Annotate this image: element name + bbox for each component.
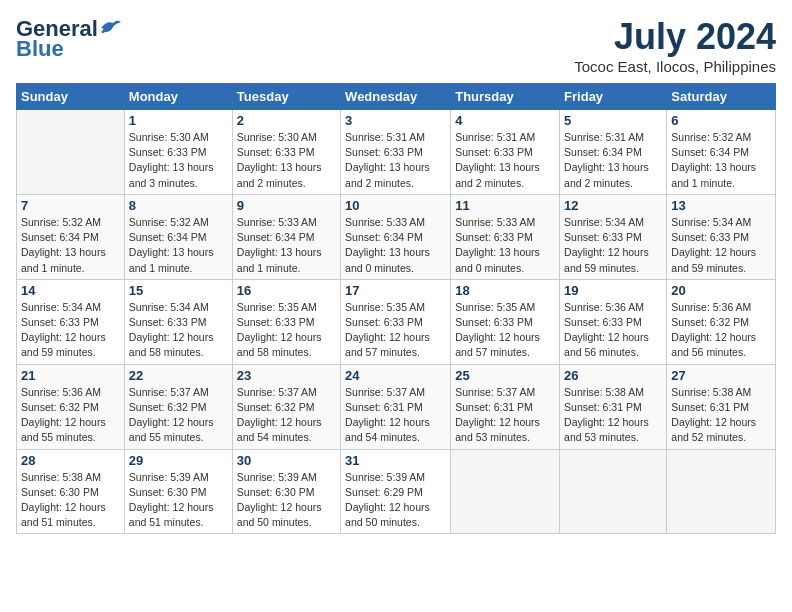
day-number: 14 (21, 283, 120, 298)
week-row-2: 7Sunrise: 5:32 AMSunset: 6:34 PMDaylight… (17, 194, 776, 279)
day-detail: Sunrise: 5:37 AMSunset: 6:32 PMDaylight:… (237, 385, 336, 446)
day-number: 22 (129, 368, 228, 383)
day-number: 2 (237, 113, 336, 128)
calendar-cell (451, 449, 560, 534)
calendar-cell: 23Sunrise: 5:37 AMSunset: 6:32 PMDayligh… (232, 364, 340, 449)
location-subtitle: Tococ East, Ilocos, Philippines (574, 58, 776, 75)
calendar-cell: 22Sunrise: 5:37 AMSunset: 6:32 PMDayligh… (124, 364, 232, 449)
day-detail: Sunrise: 5:34 AMSunset: 6:33 PMDaylight:… (564, 215, 662, 276)
calendar-cell (667, 449, 776, 534)
day-header-thursday: Thursday (451, 84, 560, 110)
day-number: 24 (345, 368, 446, 383)
day-number: 19 (564, 283, 662, 298)
day-detail: Sunrise: 5:31 AMSunset: 6:33 PMDaylight:… (345, 130, 446, 191)
day-detail: Sunrise: 5:32 AMSunset: 6:34 PMDaylight:… (129, 215, 228, 276)
day-number: 15 (129, 283, 228, 298)
day-number: 4 (455, 113, 555, 128)
day-detail: Sunrise: 5:35 AMSunset: 6:33 PMDaylight:… (455, 300, 555, 361)
day-number: 27 (671, 368, 771, 383)
day-number: 7 (21, 198, 120, 213)
calendar-cell: 20Sunrise: 5:36 AMSunset: 6:32 PMDayligh… (667, 279, 776, 364)
calendar-cell: 6Sunrise: 5:32 AMSunset: 6:34 PMDaylight… (667, 110, 776, 195)
day-detail: Sunrise: 5:36 AMSunset: 6:32 PMDaylight:… (21, 385, 120, 446)
day-detail: Sunrise: 5:34 AMSunset: 6:33 PMDaylight:… (671, 215, 771, 276)
day-detail: Sunrise: 5:34 AMSunset: 6:33 PMDaylight:… (129, 300, 228, 361)
calendar-cell: 18Sunrise: 5:35 AMSunset: 6:33 PMDayligh… (451, 279, 560, 364)
day-number: 23 (237, 368, 336, 383)
calendar-cell: 3Sunrise: 5:31 AMSunset: 6:33 PMDaylight… (341, 110, 451, 195)
calendar-cell: 1Sunrise: 5:30 AMSunset: 6:33 PMDaylight… (124, 110, 232, 195)
day-number: 28 (21, 453, 120, 468)
day-number: 13 (671, 198, 771, 213)
day-number: 9 (237, 198, 336, 213)
day-header-row: SundayMondayTuesdayWednesdayThursdayFrid… (17, 84, 776, 110)
calendar-cell: 4Sunrise: 5:31 AMSunset: 6:33 PMDaylight… (451, 110, 560, 195)
calendar-cell: 11Sunrise: 5:33 AMSunset: 6:33 PMDayligh… (451, 194, 560, 279)
day-detail: Sunrise: 5:37 AMSunset: 6:31 PMDaylight:… (345, 385, 446, 446)
calendar-cell: 10Sunrise: 5:33 AMSunset: 6:34 PMDayligh… (341, 194, 451, 279)
day-detail: Sunrise: 5:33 AMSunset: 6:33 PMDaylight:… (455, 215, 555, 276)
day-detail: Sunrise: 5:33 AMSunset: 6:34 PMDaylight:… (237, 215, 336, 276)
calendar-table: SundayMondayTuesdayWednesdayThursdayFrid… (16, 83, 776, 534)
day-header-sunday: Sunday (17, 84, 125, 110)
calendar-cell: 24Sunrise: 5:37 AMSunset: 6:31 PMDayligh… (341, 364, 451, 449)
day-number: 20 (671, 283, 771, 298)
calendar-cell: 8Sunrise: 5:32 AMSunset: 6:34 PMDaylight… (124, 194, 232, 279)
logo: General Blue (16, 16, 121, 62)
day-detail: Sunrise: 5:39 AMSunset: 6:29 PMDaylight:… (345, 470, 446, 531)
logo-blue: Blue (16, 36, 64, 62)
day-detail: Sunrise: 5:33 AMSunset: 6:34 PMDaylight:… (345, 215, 446, 276)
day-number: 18 (455, 283, 555, 298)
day-detail: Sunrise: 5:31 AMSunset: 6:34 PMDaylight:… (564, 130, 662, 191)
month-year-title: July 2024 (574, 16, 776, 58)
calendar-cell (560, 449, 667, 534)
day-detail: Sunrise: 5:31 AMSunset: 6:33 PMDaylight:… (455, 130, 555, 191)
day-detail: Sunrise: 5:38 AMSunset: 6:30 PMDaylight:… (21, 470, 120, 531)
calendar-cell: 30Sunrise: 5:39 AMSunset: 6:30 PMDayligh… (232, 449, 340, 534)
day-detail: Sunrise: 5:36 AMSunset: 6:32 PMDaylight:… (671, 300, 771, 361)
calendar-cell: 28Sunrise: 5:38 AMSunset: 6:30 PMDayligh… (17, 449, 125, 534)
day-number: 25 (455, 368, 555, 383)
day-detail: Sunrise: 5:37 AMSunset: 6:31 PMDaylight:… (455, 385, 555, 446)
day-number: 17 (345, 283, 446, 298)
day-detail: Sunrise: 5:32 AMSunset: 6:34 PMDaylight:… (671, 130, 771, 191)
day-detail: Sunrise: 5:36 AMSunset: 6:33 PMDaylight:… (564, 300, 662, 361)
calendar-cell: 17Sunrise: 5:35 AMSunset: 6:33 PMDayligh… (341, 279, 451, 364)
day-detail: Sunrise: 5:34 AMSunset: 6:33 PMDaylight:… (21, 300, 120, 361)
day-number: 11 (455, 198, 555, 213)
day-number: 26 (564, 368, 662, 383)
week-row-4: 21Sunrise: 5:36 AMSunset: 6:32 PMDayligh… (17, 364, 776, 449)
day-number: 21 (21, 368, 120, 383)
day-header-friday: Friday (560, 84, 667, 110)
calendar-cell: 21Sunrise: 5:36 AMSunset: 6:32 PMDayligh… (17, 364, 125, 449)
day-number: 3 (345, 113, 446, 128)
day-number: 29 (129, 453, 228, 468)
calendar-cell: 12Sunrise: 5:34 AMSunset: 6:33 PMDayligh… (560, 194, 667, 279)
day-number: 8 (129, 198, 228, 213)
calendar-cell: 19Sunrise: 5:36 AMSunset: 6:33 PMDayligh… (560, 279, 667, 364)
day-number: 6 (671, 113, 771, 128)
day-detail: Sunrise: 5:35 AMSunset: 6:33 PMDaylight:… (237, 300, 336, 361)
calendar-cell: 25Sunrise: 5:37 AMSunset: 6:31 PMDayligh… (451, 364, 560, 449)
day-number: 12 (564, 198, 662, 213)
day-detail: Sunrise: 5:32 AMSunset: 6:34 PMDaylight:… (21, 215, 120, 276)
day-header-wednesday: Wednesday (341, 84, 451, 110)
calendar-cell: 7Sunrise: 5:32 AMSunset: 6:34 PMDaylight… (17, 194, 125, 279)
week-row-3: 14Sunrise: 5:34 AMSunset: 6:33 PMDayligh… (17, 279, 776, 364)
calendar-cell: 29Sunrise: 5:39 AMSunset: 6:30 PMDayligh… (124, 449, 232, 534)
day-number: 30 (237, 453, 336, 468)
title-block: July 2024 Tococ East, Ilocos, Philippine… (574, 16, 776, 75)
day-header-saturday: Saturday (667, 84, 776, 110)
day-detail: Sunrise: 5:37 AMSunset: 6:32 PMDaylight:… (129, 385, 228, 446)
day-detail: Sunrise: 5:39 AMSunset: 6:30 PMDaylight:… (129, 470, 228, 531)
calendar-cell (17, 110, 125, 195)
day-header-tuesday: Tuesday (232, 84, 340, 110)
day-header-monday: Monday (124, 84, 232, 110)
calendar-cell: 2Sunrise: 5:30 AMSunset: 6:33 PMDaylight… (232, 110, 340, 195)
calendar-cell: 16Sunrise: 5:35 AMSunset: 6:33 PMDayligh… (232, 279, 340, 364)
week-row-5: 28Sunrise: 5:38 AMSunset: 6:30 PMDayligh… (17, 449, 776, 534)
calendar-cell: 31Sunrise: 5:39 AMSunset: 6:29 PMDayligh… (341, 449, 451, 534)
day-number: 31 (345, 453, 446, 468)
calendar-cell: 14Sunrise: 5:34 AMSunset: 6:33 PMDayligh… (17, 279, 125, 364)
day-detail: Sunrise: 5:38 AMSunset: 6:31 PMDaylight:… (564, 385, 662, 446)
